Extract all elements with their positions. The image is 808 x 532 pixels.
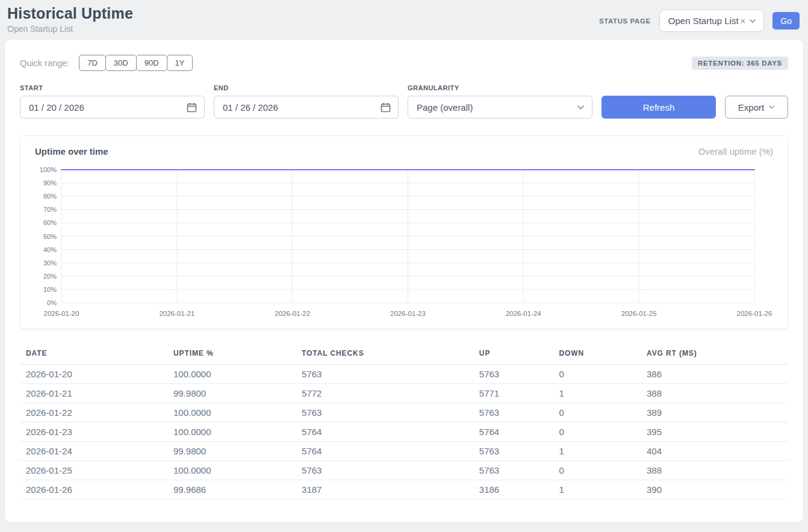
table-row: 2026-01-25100.0000576357630388: [20, 461, 788, 480]
svg-text:30%: 30%: [43, 259, 57, 267]
status-page-select[interactable]: Open Startup List ×: [659, 10, 765, 32]
table-cell: 3187: [296, 480, 473, 500]
col-header-total-checks: TOTAL CHECKS: [296, 345, 473, 365]
table-cell: 386: [641, 365, 788, 384]
end-date-value: 01 / 26 / 2026: [223, 102, 278, 113]
table-cell: 5764: [473, 422, 553, 442]
topbar: Historical Uptime Open Startup List STAT…: [0, 0, 808, 37]
table-cell: 5763: [473, 442, 553, 461]
col-header-date: DATE: [20, 345, 167, 365]
calendar-icon[interactable]: [187, 102, 197, 113]
quick-range-1y-button[interactable]: 1Y: [167, 55, 193, 71]
start-date-field-group: START 01 / 20 / 2026: [20, 84, 205, 119]
uptime-chart-card: Uptime over time Overall uptime (%) 0%10…: [20, 135, 788, 329]
table-cell: 5763: [296, 403, 473, 422]
table-row: 2026-01-22100.0000576357630389: [20, 403, 788, 422]
granularity-value: Page (overall): [417, 102, 473, 113]
granularity-field-group: GRANULARITY Page (overall): [408, 84, 592, 119]
col-header-up: UP: [473, 345, 553, 365]
table-row: 2026-01-2499.9800576457631404: [20, 442, 788, 461]
start-date-input[interactable]: 01 / 20 / 2026: [20, 96, 205, 119]
col-header-uptime: UPTIME %: [167, 345, 296, 365]
table-cell: 100.0000: [167, 461, 296, 480]
table-row: 2026-01-23100.0000576457640395: [20, 422, 788, 442]
end-date-field-group: END 01 / 26 / 2026: [214, 84, 399, 119]
table-cell: 0: [553, 365, 641, 384]
chart-title: Uptime over time: [35, 146, 108, 156]
table-cell: 99.9800: [167, 442, 296, 461]
svg-text:20%: 20%: [43, 273, 57, 280]
table-row: 2026-01-20100.0000576357630386: [20, 365, 788, 384]
table-cell: 5763: [473, 403, 553, 422]
chart-header: Uptime over time Overall uptime (%): [35, 146, 773, 156]
table-cell: 2026-01-23: [20, 422, 167, 442]
table-cell: 2026-01-22: [20, 403, 167, 422]
table-cell: 2026-01-25: [20, 461, 167, 480]
table-cell: 5763: [473, 365, 553, 384]
clear-icon[interactable]: ×: [741, 16, 746, 26]
start-date-value: 01 / 20 / 2026: [29, 102, 84, 113]
svg-text:100%: 100%: [40, 166, 57, 173]
table-cell: 2026-01-24: [20, 442, 167, 461]
quick-range-7d-button[interactable]: 7D: [79, 55, 106, 71]
chevron-down-icon: [749, 19, 756, 23]
col-header-down: DOWN: [553, 345, 641, 365]
table-cell: 5772: [296, 384, 473, 403]
title-block: Historical Uptime Open Startup List: [7, 5, 133, 34]
granularity-label: GRANULARITY: [408, 84, 592, 91]
export-label: Export: [738, 102, 764, 113]
granularity-select[interactable]: Page (overall): [408, 96, 592, 119]
uptime-table: DATE UPTIME % TOTAL CHECKS UP DOWN AVG R…: [20, 345, 788, 500]
svg-text:2026-01-20: 2026-01-20: [44, 310, 79, 317]
svg-text:50%: 50%: [43, 233, 57, 240]
svg-text:2026-01-23: 2026-01-23: [390, 310, 426, 317]
table-cell: 0: [553, 403, 641, 422]
svg-text:80%: 80%: [43, 193, 57, 200]
table-cell: 5764: [296, 422, 473, 442]
quick-range-label: Quick range:: [20, 58, 69, 68]
table-cell: 3186: [473, 480, 553, 500]
table-cell: 99.9686: [167, 480, 296, 500]
table-cell: 5763: [296, 365, 473, 384]
svg-text:60%: 60%: [43, 219, 57, 226]
main-card: Quick range: 7D 30D 90D 1Y RETENTION: 36…: [5, 40, 803, 522]
table-cell: 2026-01-21: [20, 384, 167, 403]
table-cell: 404: [641, 442, 788, 461]
table-cell: 1: [553, 480, 641, 500]
status-page-picker: STATUS PAGE Open Startup List × Go: [599, 10, 800, 32]
table-cell: 100.0000: [167, 422, 296, 442]
table-cell: 5764: [296, 442, 473, 461]
table-row: 2026-01-2699.9686318731861390: [20, 480, 788, 500]
page-title: Historical Uptime: [7, 5, 133, 22]
table-header-row: DATE UPTIME % TOTAL CHECKS UP DOWN AVG R…: [20, 345, 788, 365]
end-date-input[interactable]: 01 / 26 / 2026: [214, 96, 399, 119]
svg-text:0%: 0%: [47, 299, 57, 306]
svg-text:90%: 90%: [43, 179, 57, 187]
svg-text:40%: 40%: [43, 246, 57, 253]
retention-badge: RETENTION: 365 DAYS: [692, 57, 788, 70]
table-cell: 395: [641, 422, 788, 442]
uptime-chart: 0%10%20%30%40%50%60%70%80%90%100%2026-01…: [35, 165, 774, 318]
svg-text:2026-01-21: 2026-01-21: [159, 310, 194, 317]
table-cell: 100.0000: [167, 403, 296, 422]
table-cell: 388: [641, 461, 788, 480]
svg-text:10%: 10%: [43, 286, 57, 293]
calendar-icon[interactable]: [381, 102, 391, 113]
filter-form-row: START 01 / 20 / 2026 END 01 / 26 / 2026 …: [20, 84, 788, 119]
table-cell: 0: [553, 422, 641, 442]
refresh-button[interactable]: Refresh: [601, 96, 716, 119]
table-cell: 390: [641, 480, 788, 500]
status-page-label: STATUS PAGE: [599, 17, 651, 25]
svg-text:2026-01-24: 2026-01-24: [506, 310, 541, 317]
table-cell: 2026-01-20: [20, 365, 167, 384]
table-cell: 5771: [473, 384, 553, 403]
table-cell: 1: [553, 442, 641, 461]
go-button[interactable]: Go: [772, 12, 800, 29]
end-date-label: END: [214, 84, 399, 91]
chevron-down-icon: [768, 105, 775, 110]
quick-range-90d-button[interactable]: 90D: [136, 55, 167, 71]
quick-range-30d-button[interactable]: 30D: [105, 55, 137, 71]
table-cell: 389: [641, 403, 788, 422]
table-cell: 0: [553, 461, 641, 480]
export-button[interactable]: Export: [725, 96, 788, 119]
